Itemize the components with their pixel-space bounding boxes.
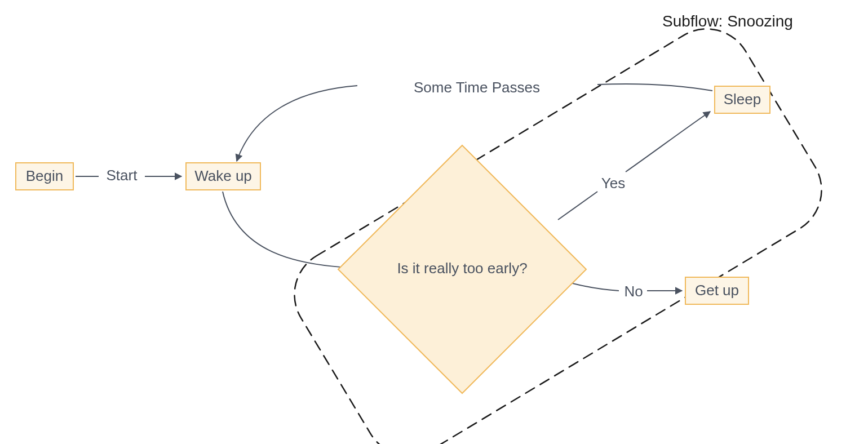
edge-yes-label: Yes: [601, 175, 625, 192]
node-getup: Get up: [685, 277, 749, 304]
edge-no: No: [566, 282, 682, 300]
node-decision-label: Is it really too early?: [397, 260, 527, 277]
node-begin-label: Begin: [26, 167, 64, 184]
edge-loop: Some Time Passes: [237, 79, 712, 161]
flowchart-canvas: Subflow: Snoozing Start Yes No Some Time…: [0, 0, 868, 444]
node-sleep-label: Sleep: [724, 91, 761, 108]
edge-loop-label: Some Time Passes: [414, 79, 540, 96]
node-sleep: Sleep: [715, 86, 770, 113]
edge-start: Start: [76, 167, 181, 184]
node-wakeup: Wake up: [186, 163, 260, 190]
subflow-title: Subflow: Snoozing: [662, 12, 793, 30]
edge-no-label: No: [624, 283, 643, 300]
node-wakeup-label: Wake up: [194, 167, 252, 184]
edge-wakeup-to-decision: [223, 192, 349, 268]
node-begin: Begin: [16, 163, 73, 190]
svg-rect-0: [278, 12, 839, 444]
node-decision: Is it really too early?: [338, 145, 586, 393]
node-getup-label: Get up: [695, 282, 739, 299]
edge-start-label: Start: [107, 167, 138, 184]
edge-yes: Yes: [558, 112, 710, 220]
subflow-boundary: [278, 12, 839, 444]
